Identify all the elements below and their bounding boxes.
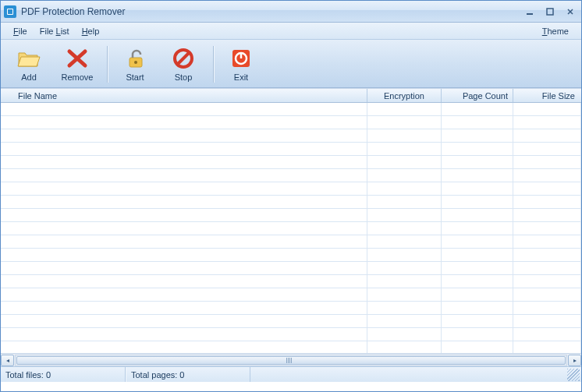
add-button[interactable]: Add <box>5 42 53 87</box>
column-filesize[interactable]: File Size <box>513 89 581 102</box>
close-button[interactable] <box>562 5 578 18</box>
svg-rect-3 <box>547 9 553 15</box>
statusbar: Total files: 0 Total pages: 0 <box>1 366 581 382</box>
table-body[interactable] <box>1 103 581 353</box>
start-button[interactable]: Start <box>111 42 159 87</box>
svg-rect-2 <box>527 13 533 15</box>
scroll-thumb[interactable] <box>16 356 566 365</box>
start-label: Start <box>126 72 144 82</box>
stop-button[interactable]: Stop <box>159 42 208 87</box>
exit-button[interactable]: Exit <box>217 42 265 87</box>
add-label: Add <box>21 72 37 82</box>
table-header: File Name Encryption Page Count File Siz… <box>1 89 581 103</box>
stop-label: Stop <box>175 72 193 82</box>
horizontal-scrollbar[interactable]: ◂ ▸ <box>1 353 581 366</box>
toolbar: Add Remove Start Stop Exit <box>1 40 581 88</box>
svg-line-7 <box>178 53 189 64</box>
remove-label: Remove <box>62 72 94 82</box>
app-icon <box>4 5 16 18</box>
column-pagecount[interactable]: Page Count <box>442 89 513 102</box>
menubar: File File List Help Theme <box>1 23 581 40</box>
toolbar-separator <box>213 46 215 83</box>
menu-filelist[interactable]: File List <box>34 24 76 38</box>
titlebar[interactable]: PDF Protection Remover <box>1 1 581 23</box>
scroll-right-button[interactable]: ▸ <box>568 355 581 366</box>
resize-grip-icon[interactable] <box>567 369 580 381</box>
column-encryption[interactable]: Encryption <box>367 89 442 102</box>
svg-point-5 <box>134 61 137 64</box>
unlock-icon <box>122 48 147 69</box>
file-table: File Name Encryption Page Count File Siz… <box>1 88 581 366</box>
toolbar-separator <box>107 46 108 83</box>
menu-theme[interactable]: Theme <box>536 24 575 38</box>
power-icon <box>229 48 254 69</box>
column-filename[interactable]: File Name <box>1 89 367 102</box>
minimize-button[interactable] <box>522 5 538 18</box>
scroll-track[interactable] <box>15 355 567 366</box>
remove-button[interactable]: Remove <box>53 42 101 87</box>
stop-icon <box>171 48 196 69</box>
menu-help[interactable]: Help <box>76 24 106 38</box>
menu-file[interactable]: File <box>7 24 34 38</box>
exit-label: Exit <box>234 72 248 82</box>
folder-open-icon <box>16 48 41 69</box>
svg-rect-1 <box>8 9 12 14</box>
scroll-left-button[interactable]: ◂ <box>1 355 14 366</box>
delete-x-icon <box>65 48 90 69</box>
window-title: PDF Protection Remover <box>21 6 522 17</box>
maximize-button[interactable] <box>542 5 558 18</box>
status-total-pages: Total pages: 0 <box>126 367 250 382</box>
status-total-files: Total files: 0 <box>1 367 126 382</box>
